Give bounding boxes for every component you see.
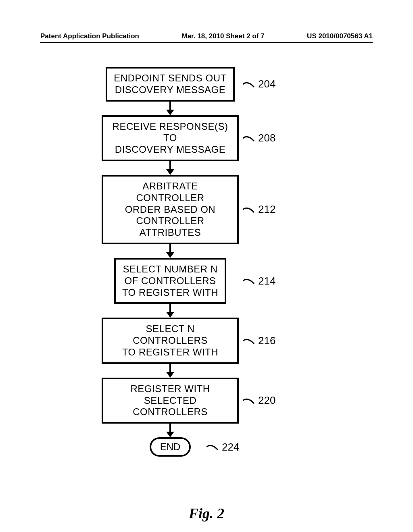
- leader-curve: [243, 275, 257, 287]
- leader-curve: [243, 204, 257, 216]
- step-row: ARBITRATE CONTROLLER ORDER BASED ON CONT…: [102, 175, 311, 244]
- reference-number: 224: [222, 441, 239, 453]
- box-line: SELECTED CONTROLLERS: [110, 395, 231, 418]
- box-line: CONTROLLER ATTRIBUTES: [110, 215, 231, 239]
- box-line: SELECT N CONTROLLERS: [110, 323, 231, 347]
- box-line: RECEIVE RESPONSE(S) TO: [110, 121, 231, 144]
- step-row: REGISTER WITH SELECTED CONTROLLERS 220: [102, 378, 311, 424]
- box-line: REGISTER WITH: [110, 383, 231, 395]
- arrow-down-icon: [165, 364, 175, 378]
- reference-number: 220: [258, 394, 275, 407]
- box-line: DISCOVERY MESSAGE: [114, 84, 226, 96]
- arrow-down-icon: [165, 244, 175, 258]
- reference-number: 216: [258, 335, 275, 347]
- page-header: Patent Application Publication Mar. 18, …: [40, 32, 373, 43]
- header-right: US 2010/0070563 A1: [307, 32, 373, 40]
- box-line: TO REGISTER WITH: [110, 347, 231, 358]
- process-box: RECEIVE RESPONSE(S) TO DISCOVERY MESSAGE: [102, 115, 239, 161]
- arrow-down-icon: [165, 424, 175, 437]
- process-box: REGISTER WITH SELECTED CONTROLLERS: [102, 378, 239, 424]
- step-row: SELECT N CONTROLLERS TO REGISTER WITH 21…: [102, 318, 311, 364]
- flowchart-fig2: ENDPOINT SENDS OUT DISCOVERY MESSAGE 204…: [102, 67, 311, 457]
- leader-curve: [243, 395, 257, 407]
- terminator-label: END: [160, 441, 181, 452]
- arrow-down-icon: [165, 161, 175, 175]
- step-row: ENDPOINT SENDS OUT DISCOVERY MESSAGE 204: [102, 67, 311, 102]
- header-center: Mar. 18, 2010 Sheet 2 of 7: [182, 32, 265, 40]
- terminator-box: END: [150, 437, 191, 457]
- box-line: OF CONTROLLERS: [122, 275, 218, 287]
- reference-number: 214: [258, 275, 275, 287]
- figure-caption: Fig. 2: [40, 505, 373, 522]
- leader-curve: [243, 335, 257, 347]
- leader-curve: [243, 132, 257, 144]
- step-row: RECEIVE RESPONSE(S) TO DISCOVERY MESSAGE…: [102, 115, 311, 161]
- box-line: ENDPOINT SENDS OUT: [114, 73, 226, 84]
- process-box: SELECT NUMBER N OF CONTROLLERS TO REGIST…: [114, 258, 226, 304]
- step-row: SELECT NUMBER N OF CONTROLLERS TO REGIST…: [102, 258, 311, 304]
- reference-number: 212: [258, 203, 275, 216]
- patent-page: Patent Application Publication Mar. 18, …: [0, 0, 413, 532]
- box-line: DISCOVERY MESSAGE: [110, 144, 231, 156]
- box-line: TO REGISTER WITH: [122, 287, 218, 299]
- process-box: SELECT N CONTROLLERS TO REGISTER WITH: [102, 318, 239, 364]
- leader-curve: [243, 78, 257, 90]
- process-box: ARBITRATE CONTROLLER ORDER BASED ON CONT…: [102, 175, 239, 244]
- arrow-down-icon: [165, 304, 175, 318]
- leader-curve: [206, 441, 220, 453]
- reference-number: 208: [258, 132, 275, 144]
- box-line: SELECT NUMBER N: [122, 264, 218, 275]
- terminator-row: END 224: [102, 437, 311, 457]
- process-box: ENDPOINT SENDS OUT DISCOVERY MESSAGE: [106, 67, 234, 102]
- box-line: ORDER BASED ON: [110, 204, 231, 216]
- reference-number: 204: [258, 78, 275, 90]
- box-line: ARBITRATE CONTROLLER: [110, 181, 231, 204]
- arrow-down-icon: [165, 102, 175, 115]
- header-left: Patent Application Publication: [40, 32, 139, 40]
